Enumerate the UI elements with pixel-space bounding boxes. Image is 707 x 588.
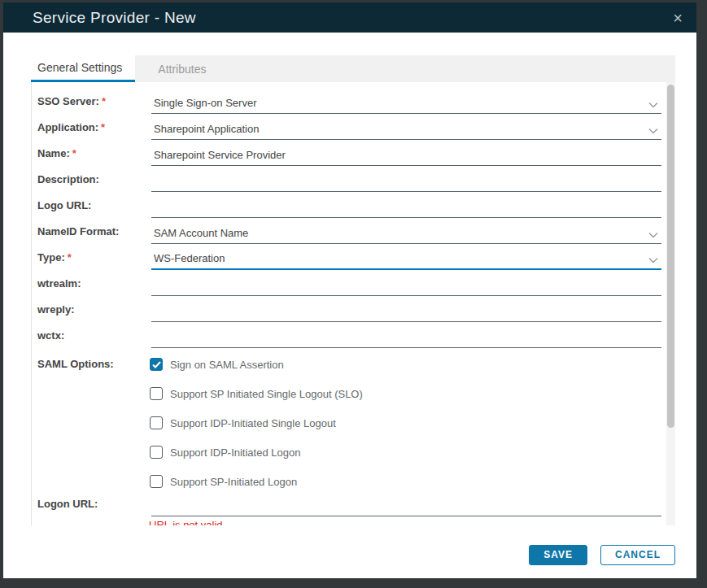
name-input[interactable]: Sharepoint Service Provider bbox=[151, 145, 661, 166]
chevron-down-icon bbox=[648, 102, 658, 108]
field-label: Name:* bbox=[37, 147, 76, 159]
tab-label: General Settings bbox=[37, 61, 122, 74]
wctx-input[interactable] bbox=[151, 327, 661, 348]
field-label: wreply: bbox=[37, 303, 77, 316]
checkbox-support-sp-initiated-slo[interactable]: Support SP Initiated Single Logout (SLO) bbox=[150, 385, 363, 402]
field-label: wtrealm: bbox=[37, 277, 83, 290]
close-icon[interactable]: × bbox=[667, 7, 688, 28]
field-label: Application:* bbox=[37, 121, 105, 133]
form-row-type: Type:* WS-Federation bbox=[32, 249, 675, 272]
checkbox-unchecked bbox=[150, 475, 163, 488]
form-row-logo-url: Logo URL: bbox=[32, 197, 675, 220]
save-button[interactable]: SAVE bbox=[529, 545, 587, 565]
form-row-wreply: wreply: bbox=[32, 301, 675, 324]
required-asterisk: * bbox=[72, 147, 76, 159]
wtrealm-input[interactable] bbox=[151, 275, 661, 296]
tab-bar: General Settings Attributes bbox=[31, 55, 675, 82]
field-label: wctx: bbox=[37, 329, 67, 342]
form-row-wctx: wctx: bbox=[32, 327, 675, 350]
vertical-scrollbar[interactable] bbox=[666, 82, 675, 525]
dialog-footer: SAVE CANCEL bbox=[3, 544, 675, 565]
description-input[interactable] bbox=[151, 171, 661, 192]
checkbox-support-idp-initiated-logon[interactable]: Support IDP-Initiated Logon bbox=[150, 444, 300, 460]
service-provider-dialog: Service Provider - New × General Setting… bbox=[3, 2, 696, 578]
chevron-down-icon bbox=[648, 257, 658, 264]
checkbox-sign-on-saml-assertion[interactable]: Sign on SAML Assertion bbox=[150, 356, 284, 372]
form-row-wtrealm: wtrealm: bbox=[32, 275, 675, 298]
form-scroll-area: SSO Server:* Single Sign-on Server Appli… bbox=[31, 82, 675, 525]
field-label: Logo URL: bbox=[37, 199, 94, 211]
chevron-down-icon bbox=[648, 232, 658, 238]
required-asterisk: * bbox=[68, 251, 72, 264]
checkbox-checked bbox=[150, 358, 163, 371]
field-label: SSO Server:* bbox=[37, 95, 106, 107]
checkbox-unchecked bbox=[150, 416, 163, 429]
form-row-description: Description: bbox=[32, 171, 675, 194]
field-label: Logon URL: bbox=[37, 498, 98, 510]
saml-options-label: SAML Options: bbox=[37, 358, 114, 370]
field-label: Type:* bbox=[37, 251, 72, 264]
checkmark-icon bbox=[152, 357, 161, 372]
field-label: NameID Format: bbox=[37, 225, 121, 237]
checkbox-unchecked bbox=[150, 387, 163, 400]
dialog-title: Service Provider - New bbox=[33, 9, 196, 27]
tab-label: Attributes bbox=[158, 63, 206, 76]
form-row-logon-url: Logon URL: bbox=[32, 495, 675, 518]
dialog-header: Service Provider - New × bbox=[3, 2, 696, 33]
logon-url-input[interactable] bbox=[151, 495, 661, 516]
cancel-button[interactable]: CANCEL bbox=[600, 545, 675, 565]
tab-attributes[interactable]: Attributes bbox=[146, 55, 217, 82]
form-row-name: Name:* Sharepoint Service Provider bbox=[32, 145, 675, 168]
scrollbar-thumb[interactable] bbox=[667, 85, 674, 428]
sso-server-select[interactable]: Single Sign-on Server bbox=[151, 93, 661, 114]
logon-url-error-text: URL is not valid bbox=[149, 519, 223, 525]
logo-url-input[interactable] bbox=[151, 197, 661, 218]
form-row-sso-server: SSO Server:* Single Sign-on Server bbox=[32, 93, 675, 115]
chevron-down-icon bbox=[648, 128, 658, 134]
checkbox-unchecked bbox=[150, 446, 163, 459]
checkbox-support-sp-initiated-logon[interactable]: Support SP-Initiated Logon bbox=[150, 473, 297, 490]
checkbox-support-idp-initiated-single-logout[interactable]: Support IDP-Initiated Single Logout bbox=[150, 415, 336, 431]
tab-general-settings[interactable]: General Settings bbox=[31, 55, 135, 82]
required-asterisk: * bbox=[101, 121, 105, 133]
wreply-input[interactable] bbox=[151, 301, 661, 322]
nameid-format-select[interactable]: SAM Account Name bbox=[151, 223, 661, 244]
type-select[interactable]: WS-Federation bbox=[151, 249, 661, 270]
application-select[interactable]: Sharepoint Application bbox=[151, 119, 661, 140]
form-row-application: Application:* Sharepoint Application bbox=[32, 119, 675, 142]
field-label: Description: bbox=[37, 173, 102, 185]
required-asterisk: * bbox=[102, 95, 106, 107]
form-row-nameid-format: NameID Format: SAM Account Name bbox=[32, 223, 675, 246]
